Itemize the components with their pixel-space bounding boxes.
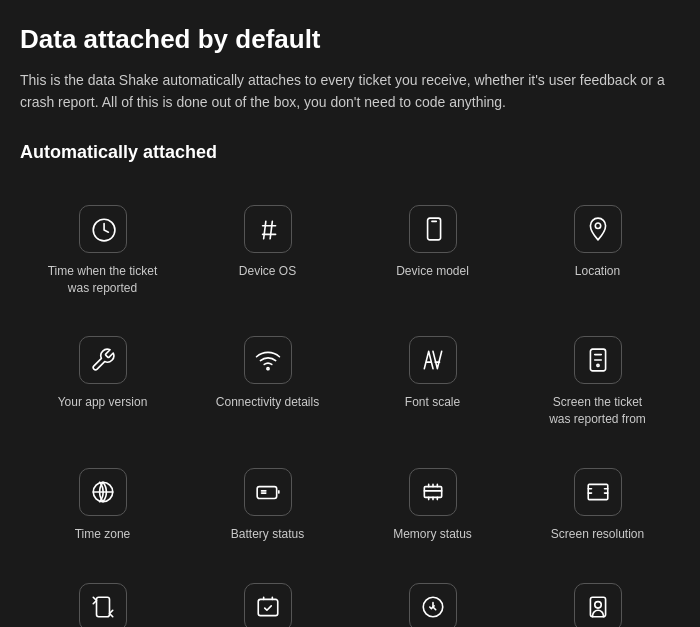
grid-item-time-zone: Time zone <box>20 450 185 565</box>
svg-point-7 <box>595 223 600 228</box>
device-os-icon <box>244 205 292 253</box>
time-ticket-icon <box>79 205 127 253</box>
screen-reported-icon <box>574 336 622 384</box>
grid-item-screen-reported: Screen the ticket was reported from <box>515 318 680 450</box>
grid-item-low-power: Low power mode <box>350 565 515 627</box>
resolution-label: Screen resolution <box>551 526 644 543</box>
svg-line-4 <box>270 221 272 238</box>
svg-point-8 <box>266 368 268 370</box>
app-version-label: Your app version <box>58 394 148 411</box>
memory-icon <box>409 468 457 516</box>
grid-item-location: Location <box>515 187 680 319</box>
grid-item-memory: Memory status <box>350 450 515 565</box>
svg-rect-23 <box>258 599 278 615</box>
device-model-label: Device model <box>396 263 469 280</box>
svg-line-3 <box>263 221 265 238</box>
time-zone-icon <box>79 468 127 516</box>
svg-rect-21 <box>588 484 608 499</box>
svg-point-13 <box>596 365 598 367</box>
grid-item-battery: Battery status <box>185 450 350 565</box>
locale-icon <box>244 583 292 627</box>
time-ticket-label: Time when the ticket was reported <box>48 263 158 297</box>
memory-label: Memory status <box>393 526 472 543</box>
battery-label: Battery status <box>231 526 304 543</box>
grid-item-auth: Authentication to unlock device <box>515 565 680 627</box>
screen-reported-label: Screen the ticket was reported from <box>543 394 653 428</box>
page-title: Data attached by default <box>20 24 680 55</box>
grid-item-device-model: Device model <box>350 187 515 319</box>
connectivity-icon <box>244 336 292 384</box>
features-grid: Time when the ticket was reportedDevice … <box>20 187 680 627</box>
time-zone-label: Time zone <box>75 526 131 543</box>
grid-item-app-version: Your app version <box>20 318 185 450</box>
font-scale-icon <box>409 336 457 384</box>
app-version-icon <box>79 336 127 384</box>
grid-item-time-ticket: Time when the ticket was reported <box>20 187 185 319</box>
grid-item-connectivity: Connectivity details <box>185 318 350 450</box>
grid-item-locale: Locale <box>185 565 350 627</box>
font-scale-label: Font scale <box>405 394 460 411</box>
battery-icon <box>244 468 292 516</box>
location-icon <box>574 205 622 253</box>
grid-item-font-scale: Font scale <box>350 318 515 450</box>
low-power-icon <box>409 583 457 627</box>
grid-item-resolution: Screen resolution <box>515 450 680 565</box>
device-model-icon <box>409 205 457 253</box>
orientation-icon <box>79 583 127 627</box>
grid-item-orientation: Screen orientation <box>20 565 185 627</box>
page-description: This is the data Shake automatically att… <box>20 69 680 114</box>
svg-rect-22 <box>96 597 109 617</box>
svg-rect-20 <box>424 487 441 498</box>
section-title: Automatically attached <box>20 142 680 163</box>
device-os-label: Device OS <box>239 263 296 280</box>
connectivity-label: Connectivity details <box>216 394 319 411</box>
location-label: Location <box>575 263 620 280</box>
resolution-icon <box>574 468 622 516</box>
svg-rect-16 <box>257 487 277 499</box>
grid-item-device-os: Device OS <box>185 187 350 319</box>
auth-icon <box>574 583 622 627</box>
